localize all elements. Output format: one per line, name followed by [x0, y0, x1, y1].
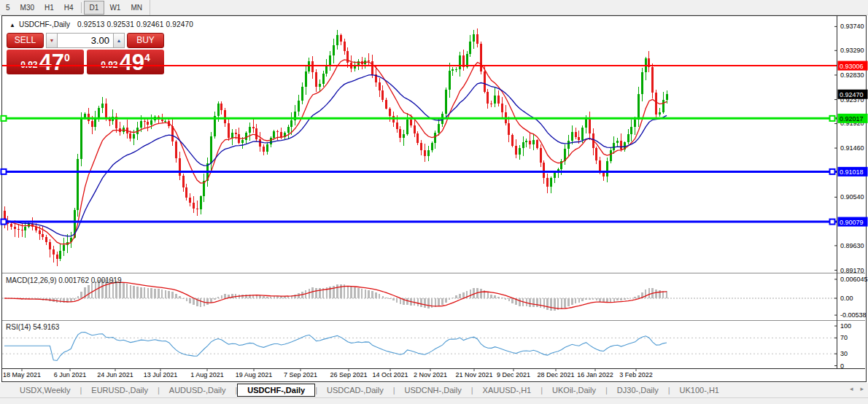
tab-eurusd-daily[interactable]: EURUSD-,Daily: [82, 384, 158, 396]
rsi-indicator-label: RSI(14) 54.9163: [6, 323, 59, 331]
tab-scroll-left-icon[interactable]: ◂: [850, 385, 853, 392]
sell-button[interactable]: SELL: [7, 33, 44, 48]
symbol-marker-icon: ▲: [9, 22, 15, 28]
timeframe-button-m30[interactable]: M30: [15, 1, 39, 15]
tab-xauusd-h1[interactable]: XAUUSD-,H1: [473, 384, 541, 396]
tab-uk100-h1[interactable]: UK100-,H1: [670, 384, 729, 396]
tab-dj30-daily[interactable]: DJ30-,Daily: [608, 384, 668, 396]
chart-title-symbol: USDCHF-,Daily: [19, 20, 70, 28]
sell-price-display[interactable]: 0.92 47 0: [7, 50, 84, 74]
chart-tab-bar: USDX,Weekly|EURUSD-,Daily|AUDUSD-,Daily|…: [0, 383, 868, 397]
sell-price-big-digits: 47: [39, 52, 64, 73]
timeframe-button-h4[interactable]: H4: [59, 1, 79, 15]
tab-audusd-daily[interactable]: AUDUSD-,Daily: [160, 384, 236, 396]
tab-usdcnh-daily[interactable]: USDCNH-,Daily: [395, 384, 471, 396]
tab-usdx-weekly[interactable]: USDX,Weekly: [10, 384, 80, 396]
toolbar-separator: [81, 2, 82, 13]
tab-usdchf-daily[interactable]: USDCHF-,Daily: [237, 384, 315, 397]
macd-indicator-label: MACD(12,26,9) 0.001762 0.001919: [6, 276, 121, 284]
timeframe-button-5[interactable]: 5: [1, 1, 15, 15]
buy-price-pip-digit: 4: [144, 52, 150, 63]
timeframe-toolbar: 5M30H1H4D1W1MN: [0, 0, 868, 15]
timeframe-button-d1[interactable]: D1: [84, 1, 105, 15]
sell-price-prefix: 0.92: [20, 60, 37, 70]
buy-price-big-digits: 49: [120, 52, 144, 73]
mt4-terminal: 5M30H1H4D1W1MN ▲USDCHF-,Daily0.92513 0.9…: [0, 0, 868, 404]
buy-button[interactable]: BUY: [127, 33, 164, 48]
timeframe-button-w1[interactable]: W1: [104, 1, 125, 15]
timeframe-button-mn[interactable]: MN: [125, 1, 147, 15]
volume-decrease-button[interactable]: ▼: [46, 33, 58, 48]
chart-title-ohlc: 0.92513 0.92531 0.92461 0.92470: [77, 20, 193, 28]
tab-usdcad-daily[interactable]: USDCAD-,Daily: [317, 384, 393, 396]
buy-price-prefix: 0.92: [101, 60, 117, 70]
chart-title: ▲USDCHF-,Daily0.92513 0.92531 0.92461 0.…: [9, 20, 193, 28]
toolbar-separator: [150, 0, 150, 15]
one-click-trading-panel: SELL ▼ ▲ BUY 0.92 47 0 0.92 49 4: [7, 33, 164, 74]
volume-input[interactable]: [58, 33, 113, 48]
sell-price-pip-digit: 0: [64, 52, 70, 63]
tab-ukoil-daily[interactable]: UKOil-,Daily: [543, 384, 605, 396]
timeframe-button-h1[interactable]: H1: [39, 1, 59, 15]
chart-window[interactable]: ▲USDCHF-,Daily0.92513 0.92531 0.92461 0.…: [1, 15, 867, 382]
volume-increase-button[interactable]: ▲: [113, 33, 125, 48]
tab-scroll-right-icon[interactable]: ▸: [860, 385, 864, 392]
status-bar: [0, 397, 868, 404]
buy-price-display[interactable]: 0.92 49 4: [87, 50, 164, 74]
